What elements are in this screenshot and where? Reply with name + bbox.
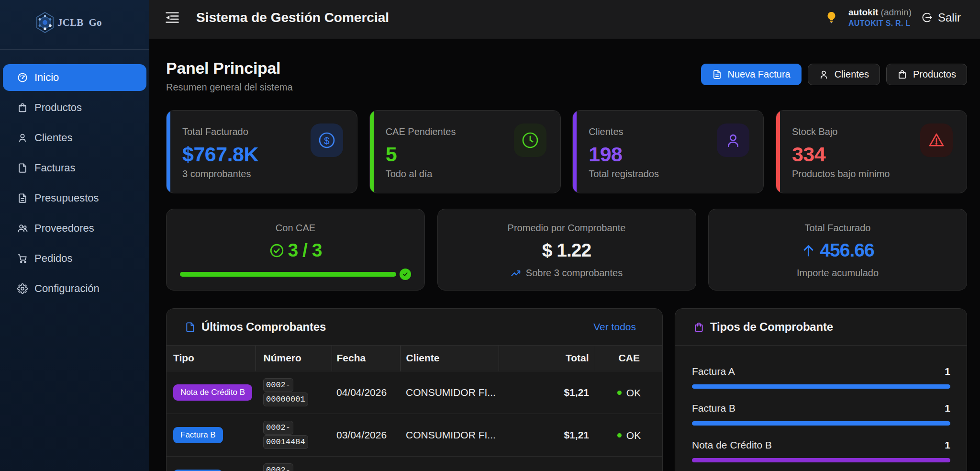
- svg-text:$: $: [324, 135, 329, 146]
